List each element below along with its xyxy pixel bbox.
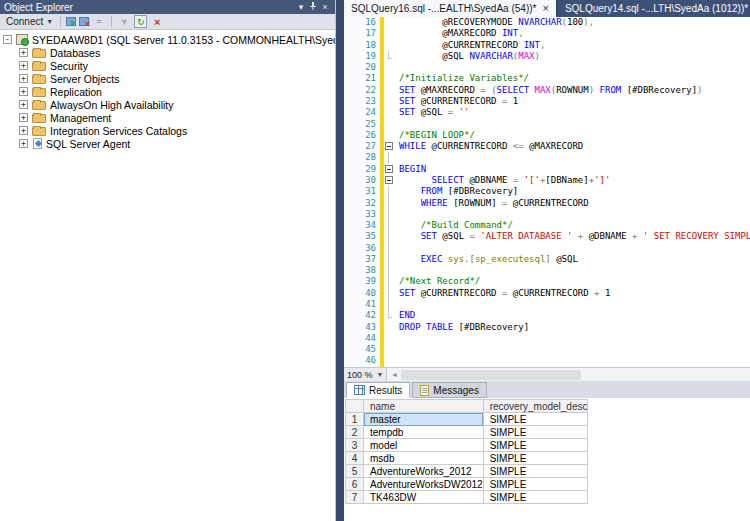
line-number: 16 (344, 17, 380, 28)
folder-icon (32, 88, 46, 97)
code-line: 30 SELECT @DBNAME = '['+[DBName]+']' (344, 175, 750, 186)
chevron-down-icon[interactable]: ▾ (295, 2, 307, 12)
tab-messages[interactable]: Messages (412, 382, 487, 398)
expand-expander-icon[interactable]: + (19, 87, 28, 96)
grid-cell-name[interactable]: TK463DW (364, 491, 484, 504)
row-header-cell[interactable]: 3 (346, 439, 364, 452)
grid-cell-name[interactable]: msdb (364, 452, 484, 465)
line-number: 17 (344, 28, 380, 39)
code-text: @MAXRECORD INT, (395, 28, 524, 39)
tree-item-integration-services-catalogs[interactable]: +Integration Services Catalogs (0, 124, 335, 137)
sql-code-editor[interactable]: 16 @RECOVERYMODE NVARCHAR(100),17 @MAXRE… (344, 17, 750, 367)
code-line: 35 SET @SQL = 'ALTER DATABASE ' + @DBNAM… (344, 231, 750, 242)
code-text (395, 344, 399, 355)
column-header[interactable]: recovery_model_desc (483, 400, 588, 413)
grid-cell-recovery-model[interactable]: SIMPLE (483, 491, 588, 504)
column-header[interactable] (346, 400, 364, 413)
grid-cell-recovery-model[interactable]: SIMPLE (483, 439, 588, 452)
stop-icon[interactable]: = (92, 15, 106, 28)
close-tab-icon[interactable]: × (542, 3, 548, 14)
table-row: 1masterSIMPLE (346, 413, 588, 426)
refresh-icon[interactable]: ↻ (134, 15, 147, 28)
connect-icon[interactable] (66, 17, 76, 26)
code-text: DROP TABLE [#DBRecovery] (395, 322, 529, 333)
row-header-cell[interactable]: 5 (346, 465, 364, 478)
expand-expander-icon[interactable]: + (19, 61, 28, 70)
zoom-level-dropdown[interactable]: 100 % ▼ (344, 368, 387, 381)
editor-status-bar: 100 % ▼ ◄ (344, 367, 750, 381)
tree-item-sql-server-agent[interactable]: +SQL Server Agent (0, 137, 335, 150)
line-number: 41 (344, 299, 380, 310)
expand-expander-icon[interactable]: + (19, 139, 28, 148)
collapse-region-icon[interactable] (385, 165, 393, 173)
grid-cell-recovery-model[interactable]: SIMPLE (483, 452, 588, 465)
fold-margin (384, 96, 395, 107)
tree-item-label: Replication (50, 86, 102, 98)
line-number: 44 (344, 333, 380, 344)
code-line: 43DROP TABLE [#DBRecovery] (344, 322, 750, 333)
grid-cell-name[interactable]: AdventureWorksDW2012 (364, 478, 484, 491)
code-line: 16 @RECOVERYMODE NVARCHAR(100), (344, 17, 750, 28)
expand-expander-icon[interactable]: + (19, 48, 28, 57)
document-tab-2[interactable]: SQLQuery14.sql -...LTH\SyedAa (1012))* (558, 0, 750, 17)
grid-cell-recovery-model[interactable]: SIMPLE (483, 465, 588, 478)
document-tab-bar: SQLQuery16.sql -...EALTH\SyedAa (54))*×S… (344, 0, 750, 17)
filter-icon[interactable]: ▼ (117, 15, 131, 28)
tab-results[interactable]: Results (346, 382, 410, 398)
object-explorer-title: Object Explorer (4, 2, 295, 13)
document-tab-1[interactable]: SQLQuery16.sql -...EALTH\SyedAa (54))*× (344, 0, 556, 17)
code-text: FROM [#DBRecovery] (395, 186, 518, 197)
grid-cell-recovery-model[interactable]: SIMPLE (483, 426, 588, 439)
code-line: 31 FROM [#DBRecovery] (344, 186, 750, 197)
row-header-cell[interactable]: 4 (346, 452, 364, 465)
close-icon[interactable]: × (319, 2, 331, 12)
grid-cell-name[interactable]: tempdb (364, 426, 484, 439)
collapse-region-icon[interactable] (385, 142, 393, 150)
row-header-cell[interactable]: 7 (346, 491, 364, 504)
scrollbar-thumb[interactable] (401, 370, 581, 380)
connect-button[interactable]: Connect ▼ (4, 16, 55, 27)
line-number: 28 (344, 152, 380, 163)
results-pane: namerecovery_model_desc1masterSIMPLE2tem… (344, 398, 750, 521)
code-line: 36 (344, 243, 750, 254)
code-text: EXEC sys.[sp_executesql] @SQL (395, 254, 578, 265)
code-line: 17 @MAXRECORD INT, (344, 28, 750, 39)
pin-icon[interactable] (307, 1, 319, 13)
tree-item-alwayson-high-availability[interactable]: +AlwaysOn High Availability (0, 98, 335, 111)
grid-cell-name[interactable]: model (364, 439, 484, 452)
scroll-left-icon[interactable]: ◄ (387, 371, 401, 378)
code-line: 27WHILE @CURRENTRECORD <= @MAXRECORD (344, 141, 750, 152)
tree-item-server-objects[interactable]: +Server Objects (0, 72, 335, 85)
grid-cell-recovery-model[interactable]: SIMPLE (483, 413, 588, 426)
tree-item-databases[interactable]: +Databases (0, 46, 335, 59)
collapse-expander-icon[interactable]: - (3, 35, 12, 44)
column-header[interactable]: name (364, 400, 484, 413)
tree-item-server[interactable]: -SYEDAAW8D1 (SQL Server 11.0.3153 - COMM… (0, 33, 335, 46)
delete-icon[interactable]: × (150, 15, 164, 28)
tree-item-management[interactable]: +Management (0, 111, 335, 124)
grid-cell-name[interactable]: AdventureWorks_2012 (364, 465, 484, 478)
tree-item-replication[interactable]: +Replication (0, 85, 335, 98)
disconnect-icon[interactable] (79, 17, 89, 26)
tree-item-security[interactable]: +Security (0, 59, 335, 72)
line-number: 24 (344, 107, 380, 118)
horizontal-scrollbar[interactable]: ◄ (387, 368, 750, 381)
row-header-cell[interactable]: 2 (346, 426, 364, 439)
code-line: 33 (344, 209, 750, 220)
line-number: 36 (344, 243, 380, 254)
tree-item-label: Server Objects (50, 73, 119, 85)
tree-item-label: Management (50, 112, 111, 124)
fold-margin (384, 119, 395, 130)
expand-expander-icon[interactable]: + (19, 126, 28, 135)
line-number: 29 (344, 164, 380, 175)
expand-expander-icon[interactable]: + (19, 74, 28, 83)
folder-icon (32, 75, 46, 84)
row-header-cell[interactable]: 1 (346, 413, 364, 426)
collapse-region-icon[interactable] (385, 176, 393, 184)
grid-cell-name[interactable]: master (364, 413, 484, 426)
code-line: 40SET @CURRENTRECORD = @CURRENTRECORD + … (344, 288, 750, 299)
expand-expander-icon[interactable]: + (19, 100, 28, 109)
expand-expander-icon[interactable]: + (19, 113, 28, 122)
row-header-cell[interactable]: 6 (346, 478, 364, 491)
grid-cell-recovery-model[interactable]: SIMPLE (483, 478, 588, 491)
